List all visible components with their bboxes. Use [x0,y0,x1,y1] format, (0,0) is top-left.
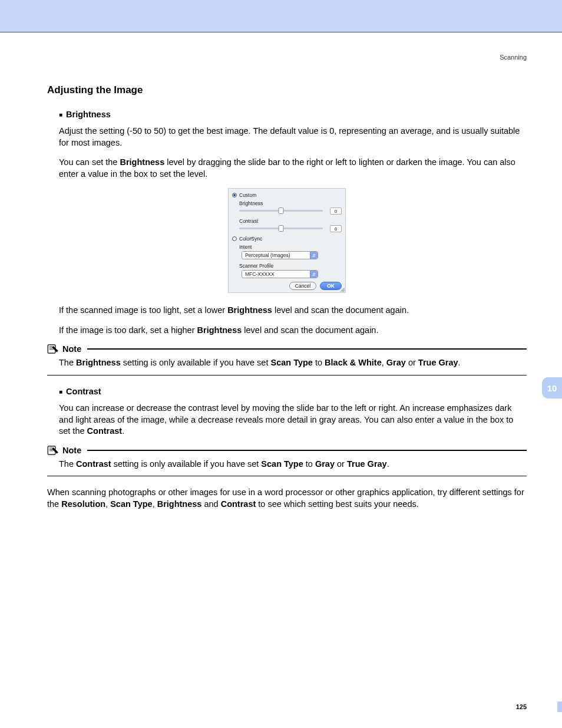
closing-paragraph: When scanning photographs or other image… [47,487,527,510]
brightness-slider-label: Brightness [239,200,342,206]
ok-button[interactable]: OK [320,282,342,290]
contrast-value-input[interactable]: 0 [330,225,342,232]
contrast-slider-label: Contrast [239,218,342,224]
contrast-slider[interactable] [239,226,323,232]
cancel-button[interactable]: Cancel [289,282,316,290]
note-1-body: The Brightness setting is only available… [59,357,527,373]
note-2: Note The Contrast setting is only availa… [47,446,527,477]
brightness-slider[interactable] [239,208,323,214]
contrast-p1: You can increase or decrease the contras… [59,403,527,437]
header-band [0,0,562,32]
settings-dialog: Custom Brightness 0 Contrast 0 ColorSync… [228,188,346,293]
colorsync-label: ColorSync [239,236,262,242]
note-label: Note [62,446,81,455]
profile-dropdown[interactable]: MFC-XXXXX⇵ [242,270,318,278]
section-label: Scanning [47,54,527,61]
dialog-figure: Custom Brightness 0 Contrast 0 ColorSync… [47,188,527,293]
resize-corner-icon [340,287,345,292]
intent-label: Intent [239,244,342,250]
colorsync-radio[interactable] [232,236,237,241]
chevron-down-icon: ⇵ [310,271,318,278]
brightness-p1: Adjust the setting (-50 to 50) to get th… [59,126,527,149]
note-icon [47,446,59,455]
note-1: Note The Brightness setting is only avai… [47,344,527,375]
note-label: Note [62,344,81,354]
custom-radio-row[interactable]: Custom [232,192,342,198]
brightness-p4: If the image is too dark, set a higher B… [59,325,527,337]
intent-dropdown[interactable]: Perceptual (Images)⇵ [242,251,318,259]
chapter-tab: 10 [542,377,562,398]
brightness-value-input[interactable]: 0 [330,207,342,215]
brightness-p2: You can set the Brightness level by drag… [59,157,527,180]
brightness-heading: ■Brightness [59,109,527,120]
brightness-p3: If the scanned image is too light, set a… [59,305,527,317]
bullet-icon: ■ [59,111,62,118]
page-body: Scanning Adjusting the Image ■Brightness… [0,32,562,536]
contrast-heading: ■Contrast [59,386,527,397]
bullet-icon: ■ [59,388,62,395]
page-title: Adjusting the Image [47,84,527,96]
custom-radio[interactable] [232,193,237,197]
note-icon [47,344,59,354]
colorsync-radio-row[interactable]: ColorSync [232,236,342,242]
note-2-body: The Contrast setting is only available i… [59,459,527,474]
chevron-down-icon: ⇵ [310,252,318,259]
custom-label: Custom [239,192,256,198]
profile-label: Scanner Profile [239,263,342,269]
